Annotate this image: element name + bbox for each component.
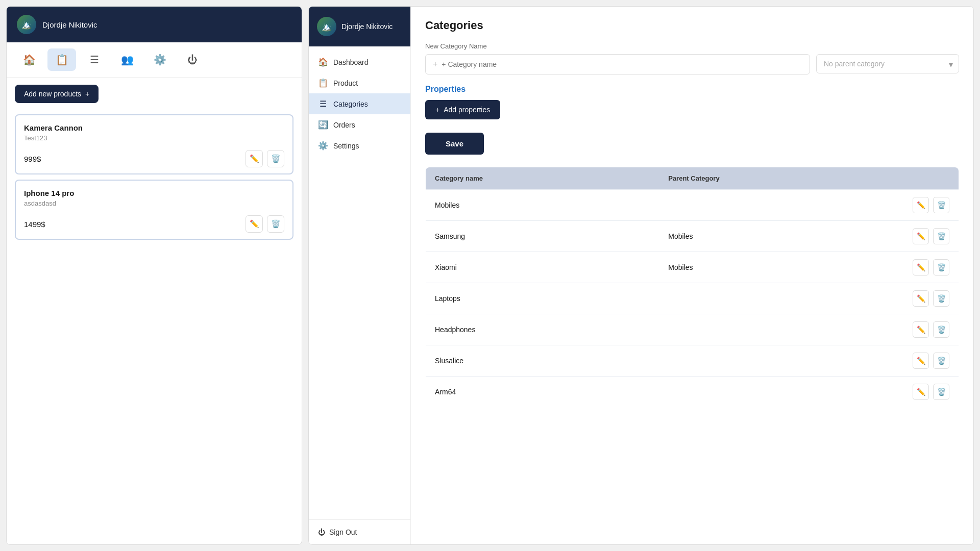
nav-power-button[interactable]: ⏻: [178, 48, 207, 71]
main-content: Categories New Category Name + No parent…: [411, 7, 973, 544]
category-name-input[interactable]: [442, 60, 802, 68]
category-name-cell: Slusalice: [426, 345, 659, 377]
sidebar-item-product[interactable]: 📋 Product: [309, 72, 410, 93]
product-card: Iphone 14 pro asdasdasd 1499$ ✏️ 🗑️: [15, 180, 293, 240]
row-actions: ✏️ 🗑️: [913, 259, 949, 276]
sidebar-user-name: Djordje Nikitovic: [341, 22, 393, 31]
table-header: Category name Parent Category: [426, 167, 959, 190]
parent-category-cell: [659, 377, 903, 408]
row-actions: ✏️ 🗑️: [913, 321, 949, 338]
sidebar-label-orders: Orders: [333, 121, 355, 129]
edit-row-button[interactable]: ✏️: [913, 384, 929, 400]
parent-category-cell: Mobiles: [659, 252, 903, 283]
edit-row-button[interactable]: ✏️: [913, 290, 929, 307]
edit-row-button[interactable]: ✏️: [913, 353, 929, 369]
sidebar-nav: 🏠 Dashboard 📋 Product ☰ Categories 🔄 Ord…: [309, 46, 410, 519]
sidebar-label-categories: Categories: [333, 100, 368, 108]
new-category-row: + No parent category Mobiles Laptops Hea…: [425, 54, 959, 74]
save-button[interactable]: Save: [425, 133, 484, 155]
delete-row-button[interactable]: 🗑️: [933, 353, 949, 369]
categories-icon: ☰: [318, 99, 328, 109]
left-panel: 🏔️ Djordje Nikitovic 🏠 📋 ☰ 👥 ⚙️ ⏻ Add ne…: [6, 6, 302, 545]
orders-icon: 🔄: [318, 120, 328, 130]
category-name-cell: Xiaomi: [426, 252, 659, 283]
table-row: Slusalice ✏️ 🗑️: [426, 345, 959, 377]
parent-category-select[interactable]: No parent category Mobiles Laptops Headp…: [816, 54, 959, 73]
left-nav: 🏠 📋 ☰ 👥 ⚙️ ⏻: [7, 42, 302, 78]
product-actions: ✏️ 🗑️: [246, 150, 284, 167]
category-name-cell: Mobiles: [426, 190, 659, 221]
product-footer: 1499$ ✏️ 🗑️: [24, 215, 284, 233]
row-actions: ✏️ 🗑️: [913, 228, 949, 244]
product-description: Test123: [24, 134, 284, 142]
sidebar-label-dashboard: Dashboard: [333, 58, 369, 66]
sidebar-avatar: 🏔️: [317, 17, 336, 36]
delete-row-button[interactable]: 🗑️: [933, 259, 949, 276]
delete-row-button[interactable]: 🗑️: [933, 321, 949, 338]
product-description: asdasdasd: [24, 199, 284, 207]
table-row: Samsung Mobiles ✏️ 🗑️: [426, 221, 959, 252]
settings-icon: ⚙️: [318, 141, 328, 151]
sidebar-item-settings[interactable]: ⚙️ Settings: [309, 135, 410, 156]
edit-row-button[interactable]: ✏️: [913, 228, 929, 244]
add-products-icon: +: [85, 90, 89, 98]
table-row: Xiaomi Mobiles ✏️ 🗑️: [426, 252, 959, 283]
delete-row-button[interactable]: 🗑️: [933, 290, 949, 307]
parent-category-wrapper: No parent category Mobiles Laptops Headp…: [816, 54, 959, 74]
categories-table: Category name Parent Category Mobiles ✏️…: [425, 167, 959, 408]
row-actions: ✏️ 🗑️: [913, 353, 949, 369]
category-name-input-wrapper: +: [425, 54, 810, 74]
edit-row-button[interactable]: ✏️: [913, 321, 929, 338]
nav-users-button[interactable]: 👥: [113, 48, 141, 71]
parent-category-cell: [659, 283, 903, 314]
delete-row-button[interactable]: 🗑️: [933, 384, 949, 400]
delete-row-button[interactable]: 🗑️: [933, 228, 949, 244]
left-header: 🏔️ Djordje Nikitovic: [7, 7, 302, 42]
edit-product-button[interactable]: ✏️: [246, 215, 263, 233]
plus-icon: +: [433, 60, 437, 69]
row-actions: ✏️ 🗑️: [913, 290, 949, 307]
page-title: Categories: [425, 19, 959, 32]
product-price: 1499$: [24, 220, 45, 229]
add-properties-button[interactable]: + Add properties: [425, 100, 500, 119]
nav-products-button[interactable]: 📋: [47, 48, 76, 71]
sign-out-label: Sign Out: [329, 528, 357, 536]
delete-product-button[interactable]: 🗑️: [267, 150, 284, 167]
sidebar-header: 🏔️ Djordje Nikitovic: [309, 7, 410, 46]
edit-row-button[interactable]: ✏️: [913, 197, 929, 213]
edit-row-button[interactable]: ✏️: [913, 259, 929, 276]
new-category-label: New Category Name: [425, 42, 959, 50]
table-row: Arm64 ✏️ 🗑️: [426, 377, 959, 408]
nav-list-button[interactable]: ☰: [80, 48, 109, 71]
table-row: Mobiles ✏️ 🗑️: [426, 190, 959, 221]
nav-settings-button[interactable]: ⚙️: [145, 48, 174, 71]
sign-out-button[interactable]: ⏻ Sign Out: [318, 528, 357, 536]
product-name: Kamera Cannon: [24, 123, 284, 132]
table-row: Laptops ✏️ 🗑️: [426, 283, 959, 314]
add-properties-label: Add properties: [444, 106, 490, 114]
row-actions: ✏️ 🗑️: [913, 384, 949, 400]
parent-category-cell: [659, 314, 903, 345]
parent-category-cell: [659, 190, 903, 221]
nav-home-button[interactable]: 🏠: [15, 48, 43, 71]
sidebar-footer: ⏻ Sign Out: [309, 519, 410, 544]
dashboard-icon: 🏠: [318, 57, 328, 67]
col-header-parent-category: Parent Category: [659, 167, 903, 190]
sidebar-item-orders[interactable]: 🔄 Orders: [309, 114, 410, 135]
edit-product-button[interactable]: ✏️: [246, 150, 263, 167]
sidebar: 🏔️ Djordje Nikitovic 🏠 Dashboard 📋 Produ…: [309, 7, 411, 544]
col-header-category-name: Category name: [426, 167, 659, 190]
category-name-cell: Samsung: [426, 221, 659, 252]
sidebar-item-categories[interactable]: ☰ Categories: [309, 93, 410, 114]
products-list: Kamera Cannon Test123 999$ ✏️ 🗑️ Iphone …: [7, 110, 302, 244]
add-products-label: Add new products: [24, 90, 81, 98]
sidebar-item-dashboard[interactable]: 🏠 Dashboard: [309, 52, 410, 72]
category-name-cell: Laptops: [426, 283, 659, 314]
delete-row-button[interactable]: 🗑️: [933, 197, 949, 213]
category-name-cell: Headphones: [426, 314, 659, 345]
parent-category-cell: Mobiles: [659, 221, 903, 252]
add-new-products-button[interactable]: Add new products +: [15, 85, 99, 103]
row-actions: ✏️ 🗑️: [913, 197, 949, 213]
delete-product-button[interactable]: 🗑️: [267, 215, 284, 233]
sidebar-label-settings: Settings: [333, 142, 359, 150]
